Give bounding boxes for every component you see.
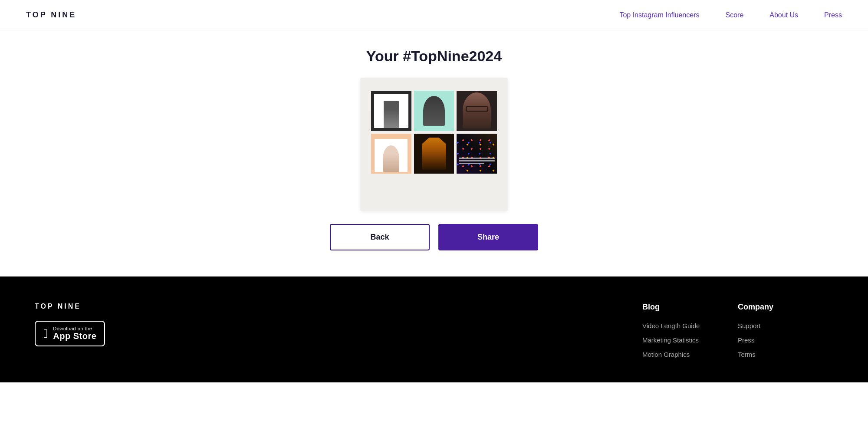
footer-link-video-length[interactable]: Video Length Guide xyxy=(642,322,738,329)
cell-6-text-lines xyxy=(459,158,495,170)
photo-cell-4 xyxy=(371,134,411,174)
share-button[interactable]: Share xyxy=(438,224,538,250)
button-row: Back Share xyxy=(330,224,538,250)
footer-blog-title: Blog xyxy=(642,303,738,312)
cell-4-figure xyxy=(383,145,399,172)
photo-cell-6 xyxy=(457,134,497,174)
text-line-3 xyxy=(459,163,484,164)
header: TOP NINE Top Instagram Influencers Score… xyxy=(0,0,868,30)
footer-company-col: Company Support Press Terms xyxy=(738,303,833,365)
main-content: Your #TopNine2024 xyxy=(0,30,868,276)
collage-card xyxy=(360,78,508,211)
footer-link-terms[interactable]: Terms xyxy=(738,351,833,358)
footer-link-marketing[interactable]: Marketing Statistics xyxy=(642,336,738,344)
footer: TOP NINE  Download on the App Store Blo… xyxy=(0,276,868,382)
back-button[interactable]: Back xyxy=(330,224,430,250)
cell-3-figure xyxy=(463,92,491,128)
logo: TOP NINE xyxy=(26,10,76,20)
main-nav: Top Instagram Influencers Score About Us… xyxy=(619,11,842,19)
cell-3-glasses xyxy=(466,106,488,112)
footer-link-press[interactable]: Press xyxy=(738,336,833,344)
photo-cell-3 xyxy=(457,91,497,131)
footer-link-motion[interactable]: Motion Graphics xyxy=(642,351,738,358)
cell-4-inner xyxy=(375,139,408,172)
cell-5-cat xyxy=(422,138,446,170)
text-line-2 xyxy=(459,160,495,161)
photo-cell-1 xyxy=(371,91,411,131)
footer-left: TOP NINE  Download on the App Store xyxy=(35,303,642,365)
photo-cell-5 xyxy=(414,134,454,174)
app-store-badge[interactable]:  Download on the App Store xyxy=(35,321,105,346)
footer-blog-col: Blog Video Length Guide Marketing Statis… xyxy=(642,303,738,365)
apple-icon:  xyxy=(43,328,48,340)
cell-2-figure xyxy=(423,96,445,126)
nav-press[interactable]: Press xyxy=(824,11,842,19)
photo-cell-2 xyxy=(414,91,454,131)
nav-influencers[interactable]: Top Instagram Influencers xyxy=(619,11,699,19)
footer-link-support[interactable]: Support xyxy=(738,322,833,329)
footer-company-title: Company xyxy=(738,303,833,312)
page-title: Your #TopNine2024 xyxy=(366,48,502,65)
text-line-1 xyxy=(459,158,495,159)
nav-score[interactable]: Score xyxy=(725,11,743,19)
cell-1-figure xyxy=(384,101,399,128)
badge-small-text: Download on the xyxy=(53,326,96,331)
photo-grid xyxy=(371,91,497,174)
cell-1-inner xyxy=(374,94,408,128)
badge-text: Download on the App Store xyxy=(53,326,96,341)
badge-large-text: App Store xyxy=(53,331,96,341)
footer-logo: TOP NINE xyxy=(35,303,642,310)
nav-about[interactable]: About Us xyxy=(769,11,798,19)
